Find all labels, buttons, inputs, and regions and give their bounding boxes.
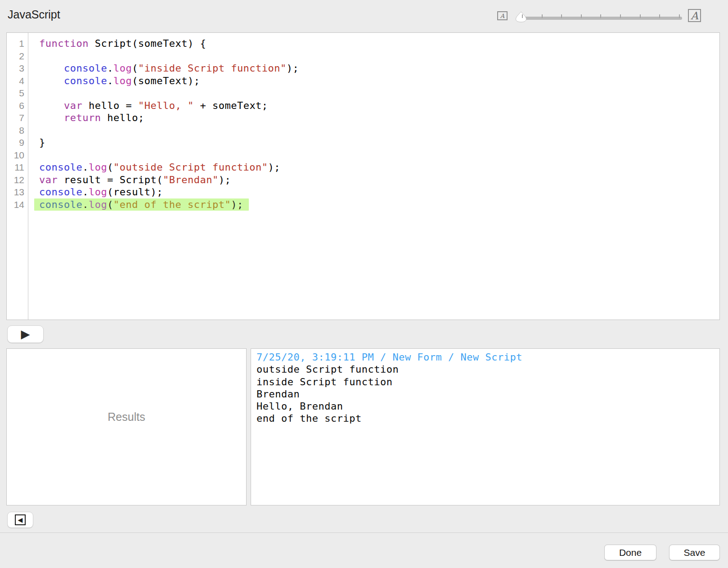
code-line[interactable] [39,87,719,99]
play-icon: ▶ [21,328,30,340]
code-token [39,100,64,111]
code-token: (someText); [132,75,200,86]
line-number: 5 [7,87,24,99]
line-number: 7 [7,112,24,124]
small-a-icon: A [500,13,504,19]
code-line[interactable]: var result = Script("Brendan"); [39,174,719,186]
slider-tick [659,14,660,18]
code-token: log [89,186,107,198]
code-line[interactable]: var hello = "Hello, " + someText; [39,99,719,112]
code-token: } [39,137,45,148]
slider-tick [679,14,680,18]
code-token: ); [287,63,299,74]
code-token: console [39,162,82,173]
console-run-header: 7/25/20, 3:19:11 PM / New Form / New Scr… [256,351,715,363]
code-token: ( [107,199,113,210]
slider-tick [620,14,621,18]
footer-divider [0,532,728,533]
code-token: . [107,63,113,74]
code-token: result = Script( [58,174,163,185]
code-token: (result); [107,186,163,198]
collapse-left-icon: ◀ [15,514,26,525]
slider-tick [640,14,641,18]
line-number: 13 [7,186,24,198]
code-line[interactable]: function Script(someText) { [39,37,719,50]
line-number: 10 [7,149,24,162]
code-token: ); [268,162,281,173]
code-token: console [39,199,82,210]
line-number: 14 [7,198,24,211]
save-button[interactable]: Save [669,545,720,560]
code-token: "outside Script function" [113,162,268,173]
code-token: Script(someText) { [89,38,206,49]
page-title: JavaScript [8,8,60,21]
console-line: Hello, Brendan [256,400,715,412]
font-larger-button[interactable]: A [688,9,701,22]
line-number: 3 [7,62,24,75]
console-line: Brendan [256,388,715,400]
line-number: 8 [7,124,24,137]
code-token: log [113,63,132,74]
code-line[interactable]: console.log("outside Script function"); [39,161,719,174]
code-token: "inside Script function" [138,63,287,74]
code-token: ); [231,199,243,210]
slider-tick [581,14,582,18]
code-token: "Brendan" [163,174,219,185]
code-line[interactable] [39,149,719,162]
done-button[interactable]: Done [604,545,656,560]
code-token: console [39,186,82,198]
code-token: . [107,75,113,86]
line-number: 9 [7,136,24,149]
slider-tick [542,14,543,18]
code-editor[interactable]: 1234567891011121314 function Script(some… [6,32,720,320]
results-label: Results [108,410,145,424]
code-token: hello = [82,100,138,111]
font-size-control: A A [495,5,720,27]
code-token: ( [107,162,113,173]
slider-tick [600,14,601,18]
code-token: console [64,63,107,74]
code-token [39,63,64,74]
code-token: log [113,75,132,86]
slider-tick [561,14,562,18]
code-token: "Hello, " [138,100,194,111]
code-token [39,75,64,86]
code-token: return [64,112,101,123]
code-token: function [39,38,89,49]
code-token: . [82,186,89,198]
code-token: ); [219,174,231,185]
line-number: 4 [7,75,24,87]
code-line[interactable] [39,124,719,137]
code-line[interactable]: console.log(result); [39,186,719,198]
line-number: 1 [7,37,24,50]
code-line[interactable] [39,50,719,63]
line-number: 11 [7,161,24,174]
code-token: ( [132,63,138,74]
code-line[interactable]: console.log(someText); [39,75,719,87]
font-smaller-button[interactable]: A [497,11,508,20]
code-line[interactable]: console.log("inside Script function"); [39,62,719,75]
code-token: log [89,162,107,173]
console-line: end of the script [256,412,715,424]
console-line: inside Script function [256,376,715,388]
font-size-slider-thumb[interactable] [515,11,527,23]
console-lines: outside Script functioninside Script fun… [256,363,715,424]
results-panel: Results [6,348,247,505]
run-script-button[interactable]: ▶ [7,325,44,343]
line-number-gutter: 1234567891011121314 [7,33,28,320]
console-output-panel[interactable]: 7/25/20, 3:19:11 PM / New Form / New Scr… [251,348,720,505]
line-number: 6 [7,99,24,112]
slider-tick [522,14,523,18]
code-line[interactable]: return hello; [39,112,719,124]
code-lines[interactable]: function Script(someText) { console.log(… [28,33,719,320]
code-line-highlighted[interactable]: console.log("end of the script"); [39,198,719,211]
line-number: 2 [7,50,24,63]
console-line: outside Script function [256,363,715,375]
code-token [39,112,64,123]
code-token: . [82,199,89,210]
collapse-results-button[interactable]: ◀ [7,512,33,528]
script-editor-window: JavaScript A A 1234567891011121314 funct… [0,0,728,568]
code-token: var [39,174,58,185]
line-number: 12 [7,174,24,186]
code-line[interactable]: } [39,136,719,149]
